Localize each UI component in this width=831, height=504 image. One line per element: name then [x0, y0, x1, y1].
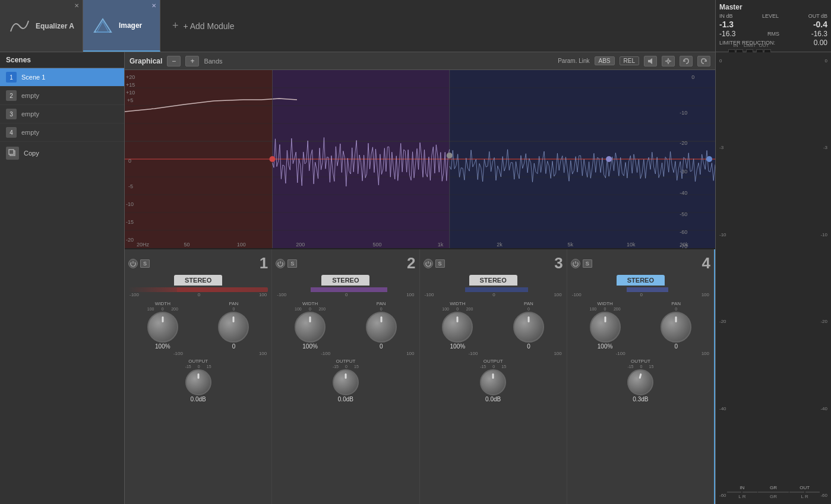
svg-text:-10: -10 [126, 201, 134, 207]
eq-plus-btn[interactable]: + [185, 56, 199, 66]
band4-width-group: WIDTH 1000200 100% [590, 301, 621, 350]
svg-text:1k: 1k [438, 242, 444, 248]
master-level-label: LEVEL [762, 13, 779, 19]
band3-pan-knob[interactable] [513, 312, 544, 343]
master-out-level-value: -0.4 [813, 20, 827, 29]
svg-text:-5: -5 [128, 183, 133, 189]
band4-width-knob[interactable] [590, 312, 621, 343]
band3-color-bar [424, 287, 563, 292]
scene-item-3[interactable]: 3 empty [0, 105, 124, 123]
top-bar: ✕ Equalizer A ✕ Imager + + Add Module [0, 0, 831, 52]
speaker-icon[interactable] [644, 56, 657, 66]
band2-output-value: 0.0dB [338, 396, 353, 402]
plus-icon: + [172, 20, 179, 32]
svg-text:-40: -40 [680, 190, 687, 196]
svg-text:+5: +5 [127, 97, 133, 103]
band3-width-group: WIDTH 1000200 100% [442, 301, 473, 350]
tab-close-imager[interactable]: ✕ [151, 2, 156, 9]
band2-pan-knob[interactable] [366, 312, 397, 343]
svg-text:+10: +10 [126, 90, 135, 96]
eq-graphical-label: Graphical [129, 57, 162, 65]
band2-power-btn[interactable] [276, 259, 285, 268]
master-limiter-value: 0.00 [814, 39, 827, 47]
rel-btn[interactable]: REL [620, 56, 639, 65]
svg-text:-20: -20 [680, 140, 687, 146]
scene-item-2[interactable]: 2 empty [0, 87, 124, 105]
band3-output-group: OUTPUT -15015 0.0dB [424, 359, 563, 402]
band1-pan-knob[interactable] [218, 312, 249, 343]
param-link-label: Param. Link [558, 58, 589, 64]
scenes-header: Scenes [0, 52, 124, 68]
band3-output-knob[interactable] [480, 369, 506, 395]
band2-color-bar [276, 287, 415, 292]
band2-output-group: OUTPUT -15015 0.0dB [276, 359, 415, 402]
add-module-btn[interactable]: + + Add Module [160, 0, 715, 52]
svg-text:-15: -15 [126, 219, 134, 225]
band1-power-btn[interactable] [128, 259, 138, 268]
band3-width-value: 100% [450, 343, 466, 350]
band4-pan-knob[interactable] [661, 312, 691, 343]
svg-text:+20: +20 [126, 74, 135, 80]
band4-pan-value: 0 [674, 343, 678, 350]
band1-solo-btn[interactable]: S [140, 259, 150, 268]
band1-width-knob[interactable] [147, 312, 178, 343]
band1-pan-value: 0 [232, 343, 236, 350]
scene-num-1: 1 [6, 72, 17, 83]
tab-eq-label: Equalizer A [36, 22, 74, 30]
band4-handle[interactable] [706, 156, 712, 162]
band2-number: 2 [407, 254, 415, 272]
band3-handle[interactable] [606, 156, 612, 162]
undo-icon[interactable] [680, 56, 693, 66]
band4-power-btn[interactable] [571, 259, 580, 268]
band1-handle[interactable] [270, 156, 276, 162]
band4-color-bar [571, 287, 710, 292]
master-rms-label: RMS [767, 31, 779, 37]
tab-imager[interactable]: ✕ Imager [83, 0, 160, 52]
svg-text:-60: -60 [680, 229, 687, 235]
scene-name-2: empty [21, 92, 39, 99]
scene-item-1[interactable]: 1 Scene 1 [0, 68, 124, 87]
abs-btn[interactable]: ABS [595, 56, 615, 65]
band1-number: 1 [260, 254, 268, 272]
eq-graph-container: +20 +15 +10 +5 0 -5 -10 -15 -20 0 -10 -2… [125, 70, 715, 248]
band4-pan-group: PAN 0 0 [661, 301, 691, 350]
tab-equalizer[interactable]: ✕ Equalizer A [0, 0, 83, 52]
svg-text:20Hz: 20Hz [137, 242, 150, 248]
tab-close-eq[interactable]: ✕ [74, 2, 79, 9]
band3-width-knob[interactable] [442, 312, 473, 343]
gear-icon[interactable] [662, 56, 675, 66]
eq-minus-btn[interactable]: − [167, 56, 181, 66]
svg-text:20k: 20k [680, 242, 688, 248]
band2-output-knob[interactable] [333, 369, 359, 395]
scene-num-2: 2 [6, 90, 17, 101]
band2-handle[interactable] [447, 153, 453, 159]
eq-tab-icon [8, 15, 31, 37]
meter-full-in-l [727, 492, 742, 493]
svg-text:-20: -20 [126, 237, 134, 243]
band4-solo-btn[interactable]: S [583, 259, 592, 268]
svg-text:-50: -50 [680, 211, 687, 217]
band2-stereo-tab[interactable]: STEREO [321, 275, 369, 286]
svg-text:500: 500 [372, 242, 381, 248]
band2-solo-btn[interactable]: S [287, 259, 297, 268]
master-meters-panel: 0 -3 -10 -20 -40 -60 IN LR [715, 52, 831, 504]
band1-output-knob[interactable] [185, 369, 211, 395]
scene-item-4[interactable]: 4 empty [0, 123, 124, 142]
band1-stereo-tab[interactable]: STEREO [174, 275, 222, 286]
band4-output-knob[interactable] [627, 369, 653, 395]
copy-icon [6, 147, 19, 160]
copy-row: Copy [0, 143, 124, 163]
band4-stereo-tab[interactable]: STEREO [617, 275, 665, 286]
copy-symbol [8, 149, 17, 157]
band1-pan-group: PAN 0 0 [218, 301, 249, 350]
band3-number: 3 [554, 254, 563, 272]
redo-icon[interactable] [697, 56, 710, 66]
band2-width-group: WIDTH 1000200 100% [295, 301, 326, 350]
band3-stereo-tab[interactable]: STEREO [469, 275, 517, 286]
band3-pan-group: PAN 0 0 [513, 301, 544, 350]
band3-solo-btn[interactable]: S [435, 259, 445, 268]
band2-width-knob[interactable] [295, 312, 326, 343]
band2-pan-group: PAN 0 0 [366, 301, 397, 350]
band3-power-btn[interactable] [424, 259, 433, 268]
svg-marker-4 [648, 58, 652, 64]
